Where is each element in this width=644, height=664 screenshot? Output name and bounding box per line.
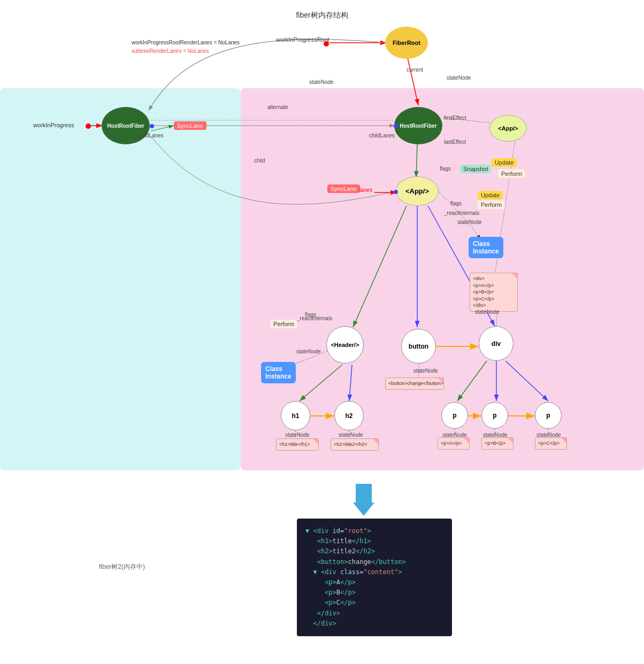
- work-in-progress-dot: [86, 123, 91, 129]
- host-root-fiber-right-node: HostRootFiber: [394, 107, 442, 144]
- current-ann: current: [407, 67, 423, 73]
- snapshot-badge: Snapshot: [460, 165, 491, 173]
- class-instance-header: ClassInstance: [261, 362, 296, 383]
- flags-ann-top: flags: [440, 166, 451, 172]
- button-node: button: [401, 329, 436, 364]
- p1-node: p: [441, 402, 468, 429]
- react-internals-header: _reactInternals: [297, 315, 332, 321]
- child-ann: child: [254, 158, 265, 164]
- down-arrow: [353, 484, 374, 516]
- h1-html-doc: <h1>title</h1>: [276, 438, 319, 451]
- first-effect-ann: firstEffect: [444, 115, 466, 121]
- react-internals-ann: _reactInternals: [444, 210, 479, 216]
- update-badge-top: Update: [492, 158, 517, 167]
- work-lanes-annotation: workInProgressRootRenderLanes = NoLanes …: [132, 38, 240, 56]
- blue-dot-host-left: [150, 124, 154, 128]
- host-root-fiber-left-node: HostRootFiber: [102, 107, 150, 144]
- app-center-node: <App/>: [396, 176, 439, 206]
- h2-node: h2: [334, 401, 364, 430]
- p3-node: p: [535, 402, 562, 429]
- perform-badge-header: Perform: [270, 320, 297, 328]
- blue-dot-host-right: [394, 124, 398, 128]
- pb-html-doc: <p>B</p>: [481, 437, 513, 450]
- state-node-h1-ann: stateNode: [285, 432, 310, 438]
- h1-node: h1: [281, 401, 310, 430]
- div-node: div: [479, 326, 513, 361]
- sync-lane-badge-right: SyncLane: [327, 184, 360, 193]
- update-badge-mid: Update: [478, 191, 503, 199]
- h2-html-doc: <h2>title2</h2>: [331, 438, 379, 451]
- perform-badge-mid: Perform: [478, 200, 505, 209]
- child-lanes-ann-left: childLanes: [138, 133, 164, 138]
- state-node-p3-ann: stateNode: [536, 432, 561, 438]
- state-node-ann-app: stateNode: [457, 219, 482, 225]
- last-effect-ann: lastEffect: [444, 139, 466, 145]
- page-title: fiber树内存结构: [296, 4, 348, 20]
- work-in-progress-root-label: workInProgressRoot: [276, 36, 329, 43]
- div-html-doc: <div> <p>A</p> <p>B</p> <p>C</p> </div>: [470, 273, 518, 312]
- state-node-p1-ann: stateNode: [442, 432, 467, 438]
- lanes-ann: lanes: [359, 187, 372, 193]
- state-node-p2-ann: stateNode: [483, 432, 508, 438]
- main-container: fiber树内存结构 fiber树2(内存中) fiber树1(当前页面): [0, 0, 644, 664]
- zone-left-label: fiber树2(内存中): [99, 562, 145, 572]
- state-node-button-ann: stateNode: [413, 368, 438, 374]
- pc-html-doc: <p>C</p>: [535, 437, 567, 450]
- perform-badge-top: Perform: [498, 169, 525, 178]
- blue-dot-app-center: [394, 190, 398, 194]
- button-html-doc: <button>change</button>: [385, 377, 444, 390]
- child-lanes-ann-right: childLanes: [369, 133, 395, 138]
- class-instance-app: ClassInstance: [469, 237, 503, 258]
- p2-node: p: [481, 402, 508, 429]
- code-block: ▼ <div id="root"> <h1>title</h1> <h2>tit…: [297, 519, 452, 636]
- app-left-node: <App/>: [489, 115, 527, 142]
- zone-left: [0, 88, 241, 470]
- state-node-ann-left: stateNode: [309, 79, 334, 85]
- flags-ann-mid: flags: [450, 200, 462, 206]
- fiber-root-node: FiberRoot: [385, 27, 428, 59]
- work-in-progress-label: workInProgress: [33, 122, 74, 128]
- work-in-progress-root-dot: [324, 41, 329, 47]
- state-node-header: stateNode: [296, 349, 321, 354]
- state-node-div-ann: stateNode: [475, 309, 500, 315]
- alternate-ann: alternate: [267, 104, 288, 110]
- svg-marker-36: [353, 484, 374, 516]
- state-node-ann-right: stateNode: [447, 75, 471, 81]
- state-node-h2-ann: stateNode: [339, 432, 363, 438]
- header-node: <Header/>: [326, 326, 364, 364]
- sync-lane-badge-left: SyncLane: [174, 121, 206, 130]
- pa-html-doc: <p>A</p>: [438, 437, 470, 450]
